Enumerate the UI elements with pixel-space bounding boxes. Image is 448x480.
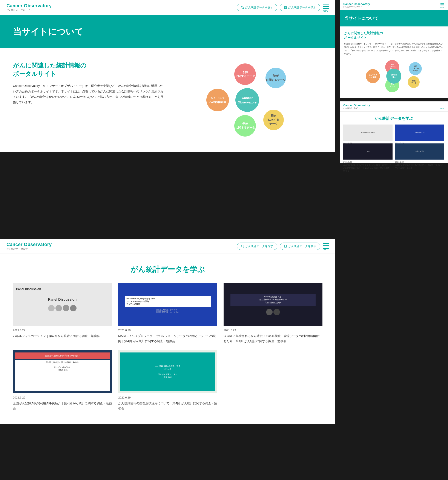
- card-item-5[interactable]: がん登録情報の整理及び活用について 国立がん研究センター松田 猛大 2021.6…: [118, 350, 217, 411]
- bottom-learn-button[interactable]: がん統計データを学ぶ: [280, 243, 320, 250]
- hero-title: 当サイトについて: [13, 26, 322, 38]
- svg-line-5: [243, 247, 244, 247]
- mobile-logo-title-1: Cancer Observatory: [343, 2, 370, 6]
- mobile-card-date-3: 2021.6.29: [343, 161, 392, 163]
- bottom-menu-label: menu: [323, 248, 329, 249]
- mb-center: CancerObs.: [386, 69, 401, 84]
- mobile-about-1: がんに関連した統計情報のポータルサイト Cancer Observatory（キ…: [340, 27, 448, 98]
- search-button[interactable]: がん統計データを探す: [237, 4, 277, 11]
- svg-line-1: [243, 8, 244, 9]
- mb-patient: 罹患データ: [408, 76, 420, 88]
- people-row-3: [266, 309, 280, 315]
- mobile-panel-2: Cancer Observatory がん統計ポータルサイト menu がん統計…: [340, 101, 448, 163]
- mobile-menu-label-1: menu: [441, 7, 444, 7]
- card-date-5: 2021.6.29: [118, 396, 217, 399]
- person-1: [48, 305, 55, 311]
- bubble-container: 予防に関するデータ 診断に関するデータ がんリスクへの影響要因 CancerOb…: [206, 61, 288, 139]
- mobile-learn-card-2[interactable]: MASTER KEY 2021.6.29 MASTER KEYプロジェクトでのレ…: [395, 125, 444, 141]
- card-item-1[interactable]: Panel Discussion 2021.6.29 パネルディスカッション｜第…: [13, 283, 112, 344]
- mobile-header-2: Cancer Observatory がん統計ポータルサイト menu: [340, 101, 448, 112]
- svg-point-4: [241, 245, 243, 247]
- bottom-menu-button[interactable]: menu: [323, 243, 329, 249]
- card-title-5: がん登録情報の整理及び活用について｜第4回 がん統計に関する調査・勉強会: [118, 401, 217, 411]
- bottom-menu-line-3: [323, 247, 329, 247]
- bubble-patient: 罹患に向するデータ: [263, 110, 284, 130]
- menu-button[interactable]: menu: [323, 5, 329, 10]
- card-title-1: パネルディスカッション｜第4回 がん統計に関する調査・勉強会: [13, 333, 112, 339]
- bottom-header-buttons: がん統計データを探す がん統計データを学ぶ menu: [237, 243, 329, 250]
- bottom-logo-title: Cancer Observatory: [7, 242, 52, 247]
- bottom-menu-line-2: [323, 245, 329, 246]
- bottom-search-icon: [241, 245, 244, 248]
- mobile-learn-card-4[interactable]: 全国がん登録 2021.6.29 全国がん登録の民間利用の事例紹介｜第4回 がん…: [395, 143, 444, 160]
- card-date-1: 2021.6.29: [13, 329, 112, 332]
- mobile-about-body-1: Cancer Observatory（キャンサー・オブザバトリー）は、研究者や企…: [344, 42, 443, 56]
- bottom-header: Cancer Observatory がん統計ポータルサイト がん統計データを探…: [0, 239, 335, 254]
- search-icon: [241, 6, 244, 9]
- bottom-learn-icon: [284, 245, 287, 248]
- mobile-menu-line-4: [441, 105, 444, 105]
- mobile-card-title-3: C-CATに集積されるがん遺伝子パネル検査・診療データの利活用開始にあたり｜第4…: [343, 164, 392, 173]
- mobile-learn-title: がん統計データを学ぶ: [340, 112, 448, 125]
- mobile-logo-title-2: Cancer Observatory: [343, 104, 370, 107]
- about-body: Cancer Observatory（キャンサー・オブザバトリー）は、研究者や企…: [13, 83, 163, 105]
- card-title-4: 全国がん登録の民間利用の事例紹介｜第4回 がん統計に関する調査・勉強会: [13, 401, 112, 411]
- card-item-2[interactable]: MASTER KEYプロジェクトでのレジストリデータの活用とアジアへの展開 国立…: [118, 283, 217, 344]
- person-3: [63, 305, 69, 311]
- svg-rect-6: [284, 245, 287, 247]
- svg-rect-2: [284, 7, 287, 9]
- mb-risk: がんリスクへの影響: [366, 69, 380, 83]
- mobile-about-heading-1: がんに関連した統計情報のポータルサイト: [344, 31, 443, 40]
- mb-diagnosis: 診断に関するデータ: [409, 62, 422, 75]
- bottom-logo-subtitle: がん統計ポータルサイト: [7, 247, 52, 251]
- mobile-panel-1: Cancer Observatory がん統計ポータルサイト menu 当サイト…: [340, 0, 448, 98]
- card-img-1: Panel Discussion: [13, 283, 112, 326]
- learn-button[interactable]: がん統計データを学ぶ: [280, 4, 320, 11]
- mobile-menu-line-3: [441, 6, 444, 6]
- mobile-hero-1: 当サイトについて: [340, 10, 448, 27]
- card-title-2: MASTER KEYプロジェクトでのレジストリデータの活用とアジアへの展開｜第4…: [118, 333, 217, 344]
- cards-grid: Panel Discussion 2021.6.29 パネルディスカッション｜第…: [0, 283, 335, 424]
- card-item-3[interactable]: C-CATに集積されるがん遺伝子パネル検査データの利活用開始にあたり 2021.…: [224, 283, 322, 344]
- mobile-menu-btn-1[interactable]: menu: [441, 3, 444, 7]
- mobile-menu-line-1: [441, 3, 444, 4]
- card-img-2: MASTER KEYプロジェクトでのレジストリデータの活用とアジアへの展開 国立…: [118, 283, 217, 326]
- hero-banner: 当サイトについて: [0, 15, 335, 48]
- card-date-2: 2021.6.29: [118, 329, 217, 332]
- bubble-risk: がんリスクへの影響要因: [206, 89, 229, 111]
- red-banner: 全国がん登録の民間利用の事例紹介: [15, 353, 110, 359]
- mobile-menu-line-2: [441, 5, 444, 5]
- learn-main-title: がん統計データを学ぶ: [0, 254, 335, 283]
- card-item-4[interactable]: 全国がん登録の民間利用の事例紹介 第4回 がん統計に関する調査・勉強会サービスX…: [13, 350, 112, 411]
- mobile-menu-btn-2[interactable]: menu: [441, 105, 444, 108]
- bottom-menu-line-1: [323, 243, 329, 244]
- menu-label: menu: [323, 10, 329, 10]
- mobile-menu-line-6: [441, 107, 444, 107]
- bubble-diagnosis: 診断に関するデータ: [266, 68, 286, 88]
- person-5: [266, 309, 273, 315]
- about-heading: がんに関連した統計情報のポータルサイト: [13, 61, 163, 78]
- logo-title: Cancer Observatory: [7, 3, 52, 9]
- mobile-card-img-4: 全国がん登録: [395, 143, 444, 160]
- person-2: [56, 305, 62, 311]
- main-header: Cancer Observatory がん統計ポータルサイト がん統計データを探…: [0, 0, 335, 15]
- white-area-4: 第4回 がん統計に関する調査・勉強会サービスX株式会社企業名 太郎: [15, 360, 110, 391]
- about-section: がんに関連した統計情報のポータルサイト Cancer Observatory（キ…: [0, 48, 335, 152]
- mobile-learn-card-3[interactable]: C-CAT 2021.6.29 C-CATに集積されるがん遺伝子パネル検査・診療…: [343, 143, 392, 160]
- card-img-4: 全国がん登録の民間利用の事例紹介 第4回 がん統計に関する調査・勉強会サービスX…: [13, 350, 112, 393]
- card-title-3: C-CATに集積されるがん遺伝子パネル検査・診療データの利活用開始にあたり｜第4…: [224, 333, 322, 344]
- mobile-learn-grid: Panel Discussion 2021.6.29 パネルディスカッション｜第…: [340, 125, 448, 163]
- mobile-logo-subtitle-2: がん統計ポータルサイト: [343, 107, 370, 109]
- mobile-bubble-area: 予防に関するデータ 診断に関するデータ がんリスクへの影響 CancerObs.…: [344, 59, 443, 93]
- bottom-search-button[interactable]: がん統計データを探す: [237, 243, 277, 250]
- mobile-header-1: Cancer Observatory がん統計ポータルサイト menu: [340, 0, 448, 10]
- menu-line-1: [323, 5, 329, 5]
- person-4: [70, 305, 77, 311]
- mobile-logo-subtitle-1: がん統計ポータルサイト: [343, 6, 370, 8]
- mobile-card-img-2: MASTER KEY: [395, 125, 444, 141]
- mobile-logo-2: Cancer Observatory がん統計ポータルサイト: [343, 104, 370, 109]
- card-img-5: がん登録情報の整理及び活用について 国立がん研究センター松田 猛大: [118, 350, 217, 393]
- mobile-logo-1: Cancer Observatory がん統計ポータルサイト: [343, 2, 370, 8]
- mobile-learn-card-1[interactable]: Panel Discussion 2021.6.29 パネルディスカッション｜第…: [343, 125, 392, 141]
- card-thumb-5: がん登録情報の整理及び活用について 国立がん研究センター松田 猛大: [118, 350, 217, 393]
